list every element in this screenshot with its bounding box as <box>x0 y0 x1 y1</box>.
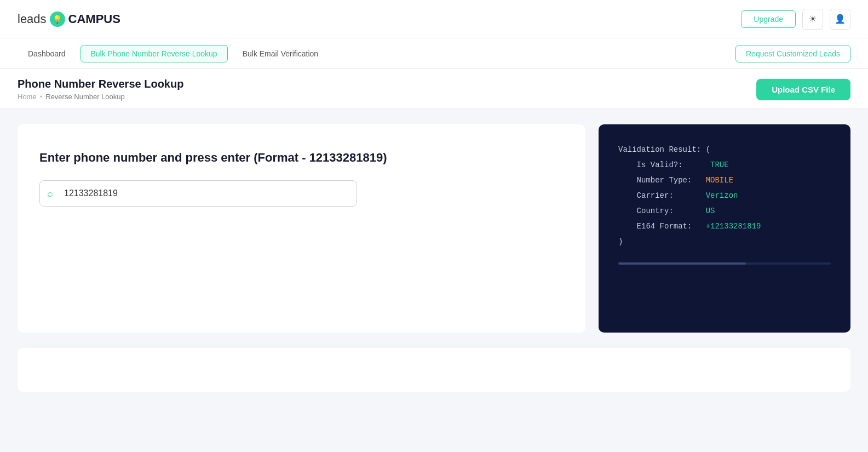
header: leads 💡 CAMPUS Upgrade ☀ 👤 <box>0 0 868 38</box>
request-leads-button[interactable]: Request Customized Leads <box>735 45 850 62</box>
result-e164-val: +12133281819 <box>706 219 761 234</box>
header-right: Upgrade ☀ 👤 <box>741 9 850 30</box>
logo: leads 💡 CAMPUS <box>18 12 120 27</box>
tab-dashboard[interactable]: Dashboard <box>18 45 76 62</box>
breadcrumb: Home • Reverse Number Lookup <box>18 93 183 101</box>
result-line-open: Validation Result: ( <box>618 142 831 157</box>
phone-input[interactable] <box>39 180 357 207</box>
result-is-valid-val: TRUE <box>710 157 729 173</box>
result-country: Country: US <box>618 203 831 219</box>
result-number-type-val: MOBILE <box>706 173 733 188</box>
breadcrumb-current: Reverse Number Lookup <box>45 93 125 101</box>
tab-bulk-phone[interactable]: Bulk Phone Number Reverse Lookup <box>81 45 228 62</box>
page-title-block: Phone Number Reverse Lookup Home • Rever… <box>18 78 183 101</box>
result-is-valid: Is Valid?: TRUE <box>618 157 831 173</box>
validation-result-panel: Validation Result: ( Is Valid?: TRUE Num… <box>599 124 850 333</box>
result-line-close: ) <box>618 234 831 249</box>
breadcrumb-home: Home <box>18 93 37 101</box>
logo-leads-text: leads <box>18 12 47 26</box>
result-e164: E164 Format: +12133281819 <box>618 219 831 234</box>
result-number-type-key: Number Type: <box>618 173 706 188</box>
main-content: Enter phone number and press enter (Form… <box>0 109 868 348</box>
nav-tabs: Dashboard Bulk Phone Number Reverse Look… <box>18 45 329 62</box>
search-icon: ⌕ <box>47 188 53 199</box>
result-country-key: Country: <box>618 203 706 219</box>
bottom-panel <box>18 348 850 392</box>
logo-campus-text: CAMPUS <box>68 12 120 26</box>
search-input-wrapper: ⌕ <box>39 180 357 207</box>
result-scrollbar <box>618 262 831 265</box>
page-title: Phone Number Reverse Lookup <box>18 78 183 90</box>
left-panel: Enter phone number and press enter (Form… <box>18 124 585 333</box>
logo-icon: 💡 <box>50 12 65 27</box>
upgrade-button[interactable]: Upgrade <box>741 10 796 28</box>
result-is-valid-key: Is Valid?: <box>618 157 710 173</box>
nav-bar: Dashboard Bulk Phone Number Reverse Look… <box>0 38 868 69</box>
page-header: Phone Number Reverse Lookup Home • Rever… <box>0 69 868 109</box>
upload-csv-button[interactable]: Upload CSV File <box>756 79 850 100</box>
result-e164-key: E164 Format: <box>618 219 706 234</box>
result-number-type: Number Type: MOBILE <box>618 173 831 188</box>
result-country-val: US <box>706 203 715 219</box>
prompt-text: Enter phone number and press enter (Form… <box>39 151 564 165</box>
result-carrier-val: Verizon <box>706 188 738 203</box>
tab-bulk-email[interactable]: Bulk Email Verification <box>232 45 329 62</box>
breadcrumb-separator: • <box>40 93 43 101</box>
result-carrier: Carrier: Verizon <box>618 188 831 203</box>
result-scrollbar-thumb <box>618 262 746 265</box>
result-carrier-key: Carrier: <box>618 188 706 203</box>
theme-toggle-button[interactable]: ☀ <box>802 9 823 30</box>
user-menu-button[interactable]: 👤 <box>830 9 850 30</box>
